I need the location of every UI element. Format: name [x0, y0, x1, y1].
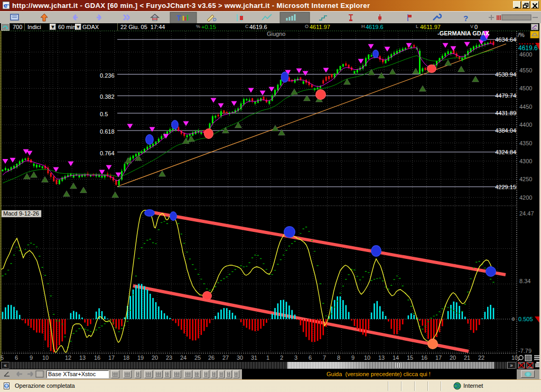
- svg-text:8: 8: [337, 354, 340, 361]
- svg-text:?: ?: [463, 14, 468, 23]
- svg-text:23: 23: [166, 354, 172, 361]
- svg-text:0.764: 0.764: [100, 150, 115, 156]
- svg-text:4384.04: 4384.04: [495, 127, 516, 134]
- svg-text:24.47: 24.47: [519, 210, 534, 217]
- svg-text:20: 20: [152, 354, 158, 361]
- svg-text:17: 17: [108, 354, 115, 361]
- svg-text:0.5: 0.5: [100, 111, 108, 117]
- svg-text:24: 24: [180, 354, 186, 361]
- svg-text:-GERMANIA GDAX: -GERMANIA GDAX: [437, 31, 490, 36]
- svg-text:D: D: [213, 17, 217, 22]
- svg-text:6: 6: [15, 354, 18, 361]
- svg-text:4324.84: 4324.84: [495, 149, 516, 155]
- svg-text:17: 17: [435, 354, 442, 361]
- svg-text:8.34: 8.34: [519, 278, 530, 284]
- svg-text:10: 10: [42, 354, 49, 361]
- svg-text:26: 26: [208, 354, 214, 361]
- svg-text:4229.15: 4229.15: [495, 184, 516, 190]
- svg-text:9: 9: [351, 354, 355, 361]
- svg-text:3: 3: [294, 354, 297, 361]
- svg-text:21: 21: [464, 354, 470, 361]
- svg-text:-7.79: -7.79: [518, 348, 531, 354]
- svg-text:4538.94: 4538.94: [495, 71, 516, 78]
- svg-text:27: 27: [222, 354, 229, 361]
- svg-text:4479.74: 4479.74: [495, 92, 516, 99]
- svg-text:4300: 4300: [519, 158, 532, 164]
- svg-text:4431.89: 4431.89: [495, 110, 516, 116]
- svg-text:4550: 4550: [519, 67, 532, 73]
- svg-text:19: 19: [137, 354, 144, 361]
- svg-text:25: 25: [194, 354, 201, 361]
- svg-text:13: 13: [378, 354, 385, 361]
- svg-text:1: 1: [266, 354, 269, 361]
- svg-text:30: 30: [237, 354, 243, 361]
- svg-text:4634.64: 4634.64: [495, 36, 516, 43]
- svg-text:4400: 4400: [519, 122, 532, 128]
- svg-text:/%: /%: [518, 32, 525, 38]
- svg-text:10: 10: [364, 354, 370, 361]
- svg-text:2: 2: [280, 354, 283, 361]
- svg-text:4619.6: 4619.6: [518, 44, 538, 52]
- svg-text:4450: 4450: [519, 104, 532, 110]
- svg-text:4350: 4350: [519, 140, 532, 146]
- svg-text:0.236: 0.236: [100, 72, 115, 79]
- svg-text:5: 5: [1, 354, 4, 361]
- svg-text:13: 13: [79, 354, 86, 361]
- svg-text:14: 14: [393, 354, 399, 361]
- svg-text:4250: 4250: [519, 176, 532, 182]
- svg-text:7: 7: [323, 354, 326, 361]
- svg-text:0.505: 0.505: [518, 316, 533, 322]
- svg-text:15: 15: [407, 354, 413, 361]
- svg-text:9: 9: [30, 354, 33, 361]
- svg-text:16: 16: [94, 354, 100, 361]
- svg-text:Macd 9-12-26: Macd 9-12-26: [3, 210, 39, 217]
- svg-text:22: 22: [478, 354, 484, 361]
- svg-text:20: 20: [450, 354, 456, 361]
- svg-text:31: 31: [251, 354, 257, 361]
- svg-text:4200: 4200: [519, 194, 532, 201]
- svg-text:4500: 4500: [519, 85, 532, 91]
- svg-text:4600: 4600: [519, 51, 532, 58]
- svg-text:16: 16: [421, 354, 427, 361]
- svg-text:6: 6: [309, 354, 312, 361]
- svg-text:0.618: 0.618: [100, 128, 115, 135]
- svg-text:18: 18: [123, 354, 129, 361]
- svg-text:0: 0: [512, 316, 515, 322]
- svg-text:T: T: [176, 14, 181, 22]
- svg-text:12: 12: [65, 354, 71, 361]
- svg-text:Giugno: Giugno: [267, 31, 285, 37]
- svg-text:0.382: 0.382: [100, 94, 115, 100]
